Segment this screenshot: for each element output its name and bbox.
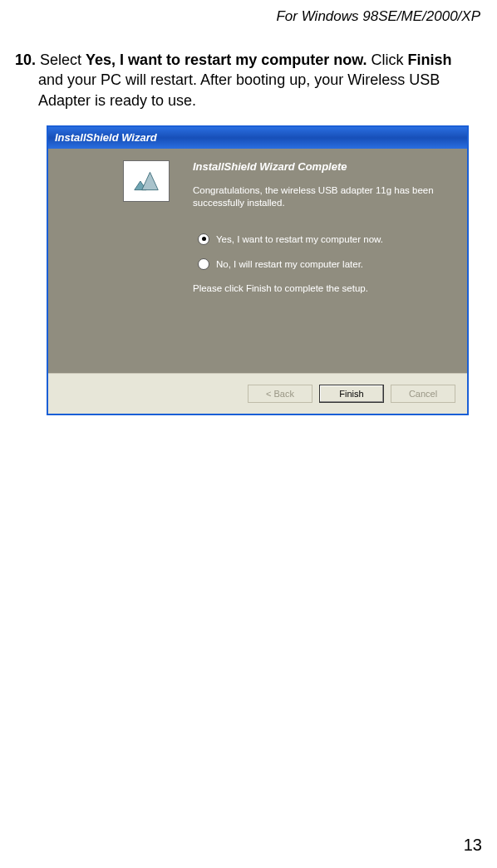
back-button: < Back <box>248 385 312 403</box>
dialog-content: InstallShield Wizard Complete Congratula… <box>48 149 467 373</box>
instruction-bold-option: Yes, I want to restart my computer now. <box>86 51 367 68</box>
instruction-line3: Adapter is ready to use. <box>38 91 477 110</box>
instruction-bold-finish: Finish <box>408 51 452 68</box>
dialog-button-row: < Back Finish Cancel <box>48 373 467 414</box>
installshield-logo <box>123 160 170 202</box>
radio-icon-selected[interactable] <box>198 233 209 245</box>
dialog-right-panel: InstallShield Wizard Complete Congratula… <box>181 149 467 373</box>
instruction-step-10: 10. Select Yes, I want to restart my com… <box>15 50 477 110</box>
svg-marker-1 <box>142 172 159 189</box>
radio-restart-now[interactable]: Yes, I want to restart my computer now. <box>198 233 455 245</box>
radio-label-restart-now: Yes, I want to restart my computer now. <box>216 234 383 244</box>
instruction-text-mid: Click <box>367 51 408 68</box>
wizard-congrats-text: Congratulations, the wireless USB adapte… <box>193 184 455 210</box>
finish-button[interactable]: Finish <box>319 385 384 403</box>
dialog-titlebar: InstallShield Wizard <box>48 127 467 149</box>
radio-label-restart-later: No, I will restart my computer later. <box>216 259 363 269</box>
radio-icon-unselected[interactable] <box>198 258 209 270</box>
dialog-title: InstallShield Wizard <box>55 131 157 144</box>
installshield-dialog: InstallShield Wizard InstallShield Wizar… <box>47 125 469 415</box>
cancel-button: Cancel <box>391 385 455 403</box>
instruction-text-prefix: Select <box>40 51 86 68</box>
page-number: 13 <box>464 836 482 855</box>
page-header: For Windows 98SE/ME/2000/XP <box>15 8 482 25</box>
dialog-left-panel <box>48 149 181 373</box>
radio-restart-later[interactable]: No, I will restart my computer later. <box>198 258 455 270</box>
step-number: 10. <box>15 51 36 68</box>
wizard-heading: InstallShield Wizard Complete <box>193 160 455 173</box>
arrow-icon <box>131 168 161 194</box>
wizard-finish-text: Please click Finish to complete the setu… <box>193 283 455 293</box>
instruction-line2: and your PC will restart. After booting … <box>38 70 477 90</box>
